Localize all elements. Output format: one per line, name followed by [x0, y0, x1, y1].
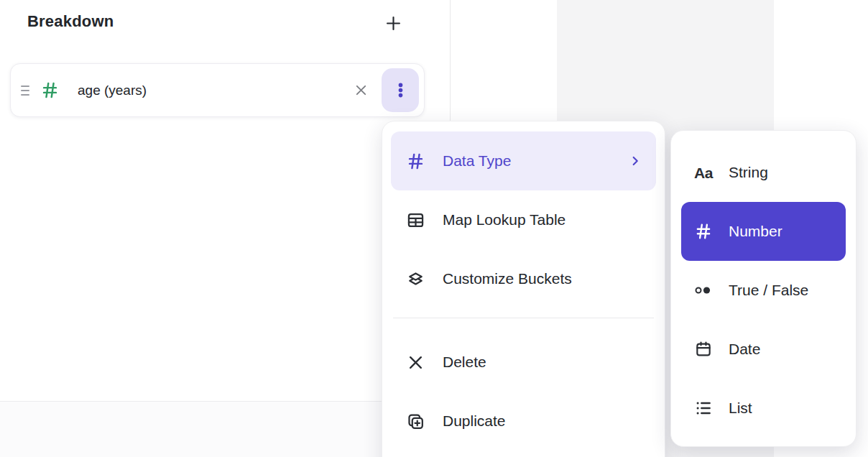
page-title: Breakdown [27, 12, 114, 31]
menu-item-label: Duplicate [443, 412, 506, 430]
layers-icon [406, 269, 425, 289]
number-type-icon [40, 80, 60, 100]
field-options-menu: Data Type Map Lookup Table Customize Buc… [382, 121, 665, 457]
menu-item-map-lookup-table[interactable]: Map Lookup Table [391, 190, 656, 249]
submenu-item-number[interactable]: Number [681, 202, 846, 261]
x-icon [406, 353, 425, 372]
menu-item-label: Data Type [443, 152, 511, 170]
remove-field-button[interactable] [348, 78, 373, 103]
menu-item-label: Customize Buckets [443, 270, 572, 287]
menu-item-data-type[interactable]: Data Type [391, 131, 656, 190]
calendar-icon [693, 340, 714, 359]
data-type-submenu: Aa String Number True / False Date [670, 130, 857, 447]
string-aa-icon: Aa [693, 165, 714, 180]
close-icon [354, 83, 369, 98]
submenu-item-list[interactable]: List [681, 379, 846, 438]
duplicate-icon [406, 412, 425, 431]
kebab-menu-icon [392, 81, 410, 99]
submenu-item-label: True / False [729, 282, 808, 299]
breakdown-field-card[interactable]: age (years) [10, 63, 425, 117]
add-breakdown-button[interactable] [379, 9, 407, 37]
menu-divider [393, 318, 654, 318]
submenu-item-label: String [729, 164, 768, 181]
menu-item-label: Map Lookup Table [443, 211, 565, 228]
plus-icon [384, 14, 403, 33]
chevron-right-icon [627, 153, 643, 169]
hash-icon [406, 152, 425, 171]
field-options-button[interactable] [382, 68, 419, 112]
menu-item-duplicate[interactable]: Duplicate [391, 392, 656, 451]
menu-item-delete[interactable]: Delete [391, 333, 656, 392]
field-label: age (years) [78, 83, 147, 98]
submenu-item-string[interactable]: Aa String [681, 143, 846, 202]
submenu-item-date[interactable]: Date [681, 320, 846, 379]
menu-item-label: Delete [443, 354, 486, 371]
drag-handle-icon[interactable] [15, 86, 35, 96]
list-icon [693, 399, 714, 417]
menu-item-customize-buckets[interactable]: Customize Buckets [391, 249, 656, 308]
submenu-item-true-false[interactable]: True / False [681, 261, 846, 320]
table-icon [406, 211, 425, 230]
submenu-item-label: List [729, 400, 752, 417]
submenu-item-label: Number [729, 223, 782, 240]
hash-icon [693, 222, 714, 241]
submenu-item-label: Date [729, 341, 760, 358]
boolean-circles-icon [693, 282, 714, 299]
